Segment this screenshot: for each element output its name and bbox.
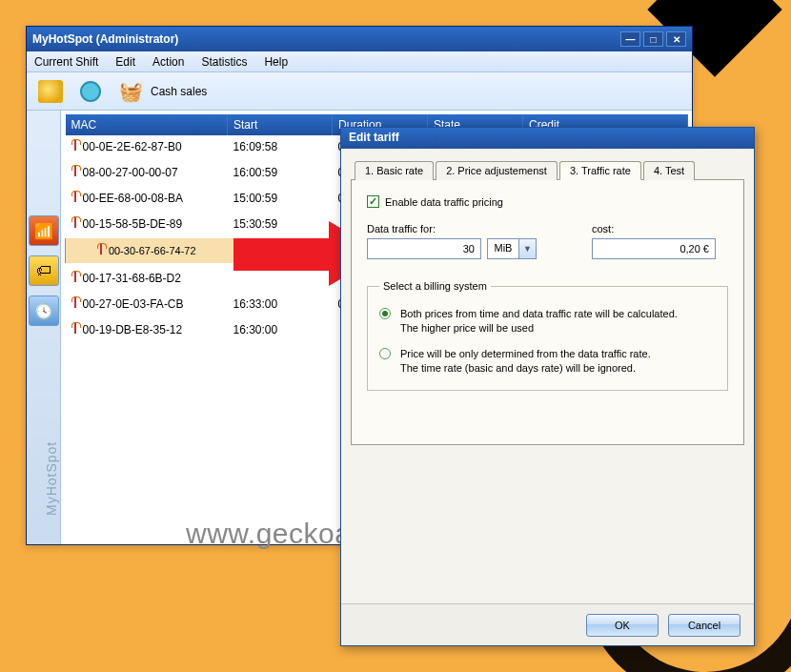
- unit-value: MiB: [487, 238, 519, 259]
- titlebar: MyHotSpot (Administrator) — □ ✕: [27, 27, 692, 51]
- coins-icon: [38, 80, 63, 103]
- clock-icon: 🕓: [34, 302, 53, 320]
- toolbar-coins-button[interactable]: [36, 77, 65, 106]
- billing-radio-both-label: Both prices from time and data traffic r…: [400, 307, 678, 336]
- edit-tariff-dialog: Edit tariff 1. Basic rate 2. Price adjus…: [340, 127, 755, 646]
- menu-action[interactable]: Action: [152, 55, 184, 69]
- data-traffic-input[interactable]: [367, 238, 481, 259]
- tab-test[interactable]: 4. Test: [643, 161, 695, 180]
- enable-traffic-checkbox[interactable]: ✓: [367, 195, 379, 208]
- billing-radio-data-only-label: Price will be only determined from the d…: [400, 347, 651, 376]
- unit-select[interactable]: MiB ▼: [487, 238, 537, 259]
- toolbar-cash-button[interactable]: 🧺: [116, 77, 145, 106]
- window-title: MyHotSpot (Administrator): [32, 32, 178, 46]
- menu-statistics[interactable]: Statistics: [201, 55, 247, 69]
- cancel-button[interactable]: Cancel: [668, 614, 740, 637]
- data-traffic-label: Data traffic for:: [367, 223, 567, 234]
- dialog-title: Edit tariff: [341, 128, 754, 149]
- close-button[interactable]: ✕: [666, 31, 686, 47]
- antenna-icon: [71, 271, 79, 282]
- toolbar: 🧺 Cash sales: [27, 72, 692, 111]
- menu-edit[interactable]: Edit: [115, 55, 135, 69]
- maximize-button[interactable]: □: [643, 31, 663, 47]
- enable-traffic-label: Enable data traffic pricing: [385, 196, 503, 208]
- billing-legend: Select a billing system: [379, 280, 491, 292]
- chevron-down-icon[interactable]: ▼: [519, 238, 537, 259]
- sidebar-clock-button[interactable]: 🕓: [29, 295, 59, 326]
- sidebar-brand: MyHotSpot: [44, 441, 59, 516]
- col-start[interactable]: Start: [228, 114, 333, 135]
- antenna-icon: [71, 322, 79, 334]
- menubar: Current Shift Edit Action Statistics Hel…: [27, 51, 692, 72]
- minimize-button[interactable]: —: [620, 31, 640, 47]
- toolbar-cash-label: Cash sales: [151, 85, 207, 98]
- antenna-icon: [71, 216, 79, 228]
- antenna-icon: [71, 296, 79, 308]
- billing-radio-data-only[interactable]: [379, 348, 391, 359]
- col-mac[interactable]: MAC: [66, 114, 228, 135]
- tab-traffic-rate[interactable]: 3. Traffic rate: [559, 161, 641, 180]
- toolbar-user-button[interactable]: [76, 77, 105, 106]
- tabs: 1. Basic rate 2. Price adjustemenst 3. T…: [351, 160, 744, 180]
- antenna-icon: [97, 243, 105, 255]
- cost-label: cost:: [592, 223, 728, 234]
- antenna-icon: 📶: [34, 222, 53, 240]
- tab-price-adjust[interactable]: 2. Price adjustemenst: [436, 161, 558, 180]
- user-icon: [80, 81, 101, 102]
- antenna-icon: [71, 139, 79, 151]
- antenna-icon: [71, 191, 79, 202]
- cost-input[interactable]: [592, 238, 716, 259]
- tags-icon: 🏷: [36, 262, 51, 279]
- antenna-icon: [71, 165, 79, 176]
- sidebar-antenna-button[interactable]: 📶: [29, 215, 59, 246]
- sidebar-tags-button[interactable]: 🏷: [29, 255, 59, 286]
- billing-radio-both[interactable]: [379, 308, 391, 319]
- menu-current-shift[interactable]: Current Shift: [34, 55, 98, 69]
- menu-help[interactable]: Help: [264, 55, 288, 69]
- traffic-rate-panel: ✓ Enable data traffic pricing Data traff…: [351, 180, 744, 445]
- dialog-footer: OK Cancel: [341, 603, 754, 645]
- tab-basic-rate[interactable]: 1. Basic rate: [355, 161, 434, 180]
- basket-icon: 🧺: [119, 80, 143, 103]
- ok-button[interactable]: OK: [586, 614, 659, 637]
- billing-system-fieldset: Select a billing system Both prices from…: [367, 280, 728, 391]
